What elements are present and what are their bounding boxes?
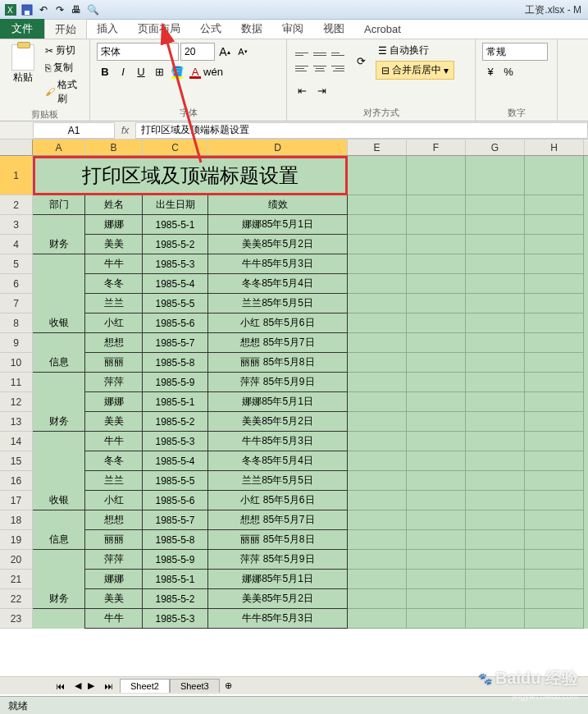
tab-insert[interactable]: 插入 — [87, 19, 128, 39]
border-button[interactable]: ⊞ — [151, 63, 167, 80]
cell-birth[interactable]: 1985-5-4 — [143, 274, 208, 294]
row-header[interactable]: 22 — [0, 589, 33, 609]
cell-name[interactable]: 冬冬 — [85, 451, 143, 471]
cell-birth[interactable]: 1985-5-7 — [143, 333, 208, 353]
cell-dept[interactable] — [33, 550, 85, 570]
title-cell[interactable]: 打印区域及顶端标题设置 — [33, 156, 348, 195]
cell-dept[interactable]: 财务 — [33, 412, 85, 432]
new-sheet-button[interactable]: ⊕ — [220, 680, 237, 691]
formula-input[interactable] — [135, 122, 588, 139]
header-name[interactable]: 姓名 — [85, 195, 143, 215]
cell-dept[interactable]: 信息 — [33, 530, 85, 550]
cell-dept[interactable]: 收银 — [33, 491, 85, 510]
cell-name[interactable]: 牛牛 — [85, 254, 143, 274]
cell-perf[interactable]: 牛牛85年5月3日 — [208, 254, 348, 274]
cell-perf[interactable]: 小红 85年5月6日 — [208, 314, 348, 333]
cell-perf[interactable]: 丽丽 85年5月8日 — [208, 530, 348, 550]
font-color-button[interactable]: A — [187, 63, 203, 80]
cell-birth[interactable]: 1985-5-3 — [143, 432, 208, 451]
increase-indent-button[interactable]: ⇥ — [313, 82, 330, 98]
sheet-nav-last[interactable]: ⏭ — [98, 681, 120, 691]
cell-perf[interactable]: 冬冬85年5月4日 — [208, 274, 348, 294]
cell-name[interactable]: 兰兰 — [85, 294, 143, 314]
cell-birth[interactable]: 1985-5-8 — [143, 530, 208, 550]
preview-icon[interactable]: 🔍 — [85, 2, 100, 17]
cell-perf[interactable]: 娜娜85年5月1日 — [208, 570, 348, 589]
row-header[interactable]: 7 — [0, 294, 33, 314]
cell-perf[interactable]: 想想 85年5月7日 — [208, 510, 348, 530]
paste-button[interactable]: 粘贴 — [7, 43, 39, 107]
cell-dept[interactable] — [33, 333, 85, 353]
cell-birth[interactable]: 1985-5-1 — [143, 215, 208, 235]
col-header-c[interactable]: C — [143, 140, 208, 155]
cell-perf[interactable]: 兰兰85年5月5日 — [208, 471, 348, 491]
row-header[interactable]: 21 — [0, 570, 33, 589]
cell-name[interactable]: 想想 — [85, 333, 143, 353]
cell-name[interactable]: 美美 — [85, 412, 143, 432]
cell-name[interactable]: 美美 — [85, 589, 143, 609]
cell-perf[interactable]: 娜娜85年5月1日 — [208, 392, 348, 412]
format-painter-button[interactable]: 🖌格式刷 — [43, 77, 83, 107]
cell-name[interactable]: 萍萍 — [85, 373, 143, 392]
row-header[interactable]: 11 — [0, 373, 33, 392]
cell-name[interactable]: 牛牛 — [85, 432, 143, 451]
row-header[interactable]: 12 — [0, 392, 33, 412]
orientation-button[interactable]: ⟳ — [353, 53, 369, 70]
cell-perf[interactable]: 冬冬85年5月4日 — [208, 451, 348, 471]
cell-name[interactable]: 牛牛 — [85, 609, 143, 629]
percent-button[interactable]: % — [500, 63, 517, 80]
sheet-tab-2[interactable]: Sheet2 — [120, 679, 170, 693]
tab-acrobat[interactable]: Acrobat — [354, 19, 411, 39]
sheet-nav-next[interactable]: ▶ — [84, 680, 98, 691]
cell-dept[interactable]: 财务 — [33, 235, 85, 254]
cell-name[interactable]: 丽丽 — [85, 530, 143, 550]
col-header-d[interactable]: D — [208, 140, 348, 155]
file-tab[interactable]: 文件 — [0, 19, 44, 39]
cell-name[interactable]: 娜娜 — [85, 570, 143, 589]
cell-perf[interactable]: 萍萍 85年5月9日 — [208, 373, 348, 392]
row-header[interactable]: 14 — [0, 432, 33, 451]
cell-perf[interactable]: 牛牛85年5月3日 — [208, 609, 348, 629]
cell-birth[interactable]: 1985-5-9 — [143, 550, 208, 570]
cell-name[interactable]: 兰兰 — [85, 471, 143, 491]
undo-icon[interactable]: ↶ — [36, 2, 51, 17]
save-icon[interactable] — [20, 2, 34, 17]
cell-dept[interactable]: 财务 — [33, 589, 85, 609]
merge-center-button[interactable]: ⊟合并后居中▾ — [376, 61, 454, 80]
underline-button[interactable]: U — [133, 63, 149, 80]
cell-name[interactable]: 想想 — [85, 510, 143, 530]
row-header-2[interactable]: 2 — [0, 195, 33, 215]
row-header[interactable]: 13 — [0, 412, 33, 432]
row-header[interactable]: 15 — [0, 451, 33, 471]
fx-icon[interactable]: fx — [115, 125, 135, 136]
cell-perf[interactable]: 牛牛85年5月3日 — [208, 432, 348, 451]
align-middle-button[interactable] — [312, 48, 328, 61]
cell-dept[interactable] — [33, 294, 85, 314]
cell-name[interactable]: 小红 — [85, 491, 143, 510]
cell-perf[interactable]: 兰兰85年5月5日 — [208, 294, 348, 314]
sheet-tab-3[interactable]: Sheet3 — [170, 679, 220, 693]
cell-dept[interactable] — [33, 432, 85, 451]
cell-dept[interactable] — [33, 373, 85, 392]
cell-birth[interactable]: 1985-5-6 — [143, 491, 208, 510]
name-box[interactable] — [33, 122, 115, 139]
cell-birth[interactable]: 1985-5-2 — [143, 589, 208, 609]
currency-button[interactable]: ¥ — [482, 63, 499, 80]
cell-birth[interactable]: 1985-5-6 — [143, 314, 208, 333]
row-header[interactable]: 4 — [0, 235, 33, 254]
tab-data[interactable]: 数据 — [231, 19, 272, 39]
sheet-nav-first[interactable]: ⏮ — [49, 681, 71, 691]
cell-dept[interactable] — [33, 451, 85, 471]
phonetic-button[interactable]: wén — [205, 63, 221, 80]
cell-birth[interactable]: 1985-5-7 — [143, 510, 208, 530]
header-birth[interactable]: 出生日期 — [143, 195, 208, 215]
col-header-g[interactable]: G — [466, 140, 525, 155]
cell-name[interactable]: 娜娜 — [85, 215, 143, 235]
spreadsheet-grid[interactable]: A B C D E F G H 1 打印区域及顶端标题设置 2 部门 姓名 出生… — [0, 140, 588, 629]
align-bottom-button[interactable] — [330, 48, 346, 61]
cell-birth[interactable]: 1985-5-5 — [143, 471, 208, 491]
sheet-nav-prev[interactable]: ◀ — [71, 680, 84, 691]
wrap-text-button[interactable]: ☰自动换行 — [376, 43, 454, 58]
col-header-b[interactable]: B — [85, 140, 143, 155]
decrease-indent-button[interactable]: ⇤ — [294, 82, 310, 98]
